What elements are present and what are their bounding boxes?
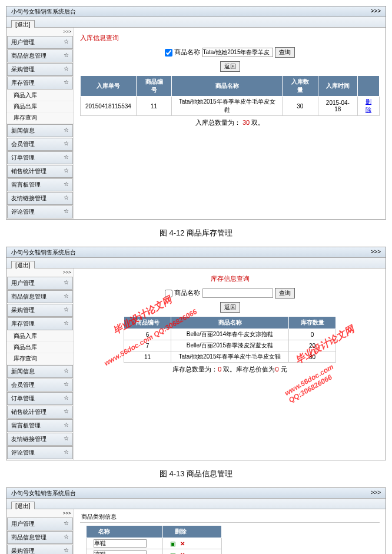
category-row: ▣ ✕ [87, 549, 222, 555]
th-product-id: 商品编号 [136, 76, 171, 97]
th-name: 名称 [87, 526, 163, 538]
section-title: 库存信息查询 [80, 274, 380, 283]
search-row: 商品名称 查询 [80, 47, 380, 58]
th-stock-qty: 库存数量 [289, 317, 336, 329]
th-quantity: 入库数量 [283, 76, 318, 97]
main-panel: 商品类别信息 名称 删除 ▣ ✕ ▣ ✕ ▣ ✕ ▣ ✕ ▣ ✕ ▣ ✕ ▣ ✕… [74, 509, 386, 554]
category-row: ▣ ✕ [87, 538, 222, 549]
table-row: 11Tata/他她2015年春季羊皮牛毛单皮女鞋30 [124, 351, 336, 363]
menu-product-info[interactable]: 商品信息管理☆ [7, 290, 73, 303]
search-input[interactable] [202, 288, 273, 298]
menu-order[interactable]: 订单管理☆ [7, 392, 73, 405]
menu-member[interactable]: 会员管理☆ [7, 379, 73, 392]
main-panel: 库存信息查询 商品名称 查询 返回 商品编号 商品名称 库存数量 6Belle/… [74, 268, 386, 460]
figure-caption-13: 图 4-13 商品信息管理 [6, 465, 386, 487]
th-order-no: 入库单号 [81, 76, 137, 97]
submenu-inv-in[interactable]: 商品入库 [6, 331, 74, 342]
checkbox-label: 商品名称 [174, 48, 200, 55]
category-name-input[interactable] [94, 550, 147, 554]
toolbar: [退出] [6, 499, 386, 509]
th-product-id: 商品编号 [124, 317, 171, 329]
menu-inventory[interactable]: 库存管理☆ [7, 317, 73, 330]
window-title: 小句号女鞋销售系统后台 [11, 489, 76, 497]
menu-inventory[interactable]: 库存管理☆ [7, 77, 73, 89]
stock-summary: 库存总数量为：0 双。库存总价值为0 元 [80, 365, 380, 374]
search-row: 商品名称 查询 [80, 288, 380, 298]
window-header: 小句号女鞋销售系统后台 >>> [6, 6, 386, 17]
search-button[interactable]: 查询 [275, 47, 295, 58]
menu-purchase[interactable]: 采购管理☆ [7, 545, 73, 554]
submenu-inv-query[interactable]: 库存查询 [6, 353, 74, 364]
menu-message[interactable]: 留言板管理☆ [7, 178, 73, 191]
triple-arrow: >>> [370, 248, 381, 256]
category-name-input[interactable] [94, 539, 147, 548]
back-button[interactable]: 返回 [220, 302, 240, 313]
menu-purchase[interactable]: 采购管理☆ [7, 304, 73, 317]
main-panel: 入库信息查询 商品名称 查询 返回 入库单号 商品编号 商品名称 入库数量 入库… [74, 28, 386, 219]
stock-table: 商品编号 商品名称 库存数量 6Belle/百丽2014年春牛皮女凉拖鞋0 7B… [124, 316, 336, 363]
screenshot-4-12: 小句号女鞋销售系统后台 >>> [退出] >>> 用户管理☆ 商品信息管理☆ 采… [6, 6, 386, 220]
window-header: 小句号女鞋销售系统后台 >>> [6, 247, 386, 258]
menu-product-info[interactable]: 商品信息管理☆ [7, 531, 73, 544]
search-input[interactable] [202, 48, 273, 57]
submenu-inv-query[interactable]: 库存查询 [6, 112, 74, 124]
menu-comment[interactable]: 评论管理☆ [7, 205, 73, 218]
screenshot-4-14: 小句号女鞋销售系统后台 >>> [退出] >>> 用户管理☆ 商品信息管理☆ 采… [6, 487, 386, 554]
section-label: 商品类别信息 [80, 512, 380, 523]
figure-caption-12: 图 4-12 商品库存管理 [6, 224, 386, 247]
menu-purchase[interactable]: 采购管理☆ [7, 63, 73, 76]
menu-friendlink[interactable]: 友情链接管理☆ [7, 433, 73, 446]
window-title: 小句号女鞋销售系统后台 [11, 8, 76, 15]
edit-icon[interactable]: ▣ [170, 540, 175, 547]
summary-text: 入库总数量为： 30 双。 [80, 118, 380, 127]
checkbox-label: 商品名称 [174, 289, 200, 296]
menu-news[interactable]: 新闻信息☆ [7, 124, 73, 137]
table-row: 6Belle/百丽2014年春牛皮女凉拖鞋0 [124, 329, 336, 340]
menu-user-mgmt[interactable]: 用户管理☆ [7, 277, 73, 290]
delete-link[interactable]: 删除 [366, 98, 371, 113]
delete-icon[interactable]: ✕ [180, 540, 185, 547]
sidebar: >>> 用户管理☆ 商品信息管理☆ 采购管理☆ 商品采购 采购管理 库存管理☆ … [6, 509, 74, 554]
category-table: 名称 删除 ▣ ✕ ▣ ✕ ▣ ✕ ▣ ✕ ▣ ✕ ▣ ✕ ▣ ✕ ▣ ✕ [86, 525, 222, 554]
table-row: 7Belle/百丽2015春季漆皮深蓝女鞋20 [124, 340, 336, 351]
triple-arrow: >>> [370, 8, 381, 15]
menu-order[interactable]: 订单管理☆ [7, 151, 73, 164]
th-product-name: 商品名称 [172, 76, 283, 97]
menu-sales-stat[interactable]: 销售统计管理☆ [7, 406, 73, 419]
th-action [358, 76, 380, 97]
product-name-checkbox[interactable] [165, 290, 172, 297]
search-button[interactable]: 查询 [275, 288, 295, 298]
menu-member[interactable]: 会员管理☆ [7, 138, 73, 151]
inbound-table: 入库单号 商品编号 商品名称 入库数量 入库时间 20150418115534 … [80, 75, 380, 116]
menu-product-info[interactable]: 商品信息管理☆ [7, 49, 73, 62]
edit-icon[interactable]: ▣ [170, 552, 175, 555]
submenu-inv-in[interactable]: 商品入库 [6, 90, 74, 101]
sidebar: >>> 用户管理☆ 商品信息管理☆ 采购管理☆ 库存管理☆ 商品入库 商品出库 … [6, 28, 74, 219]
toolbar: [退出] [6, 17, 386, 28]
submenu-inv-out[interactable]: 商品出库 [6, 342, 74, 353]
menu-sales-stat[interactable]: 销售统计管理☆ [7, 165, 73, 178]
window-title: 小句号女鞋销售系统后台 [11, 248, 76, 256]
th-date: 入库时间 [318, 76, 358, 97]
submenu-inv-out[interactable]: 商品出库 [6, 101, 74, 112]
menu-friendlink[interactable]: 友情链接管理☆ [7, 192, 73, 205]
menu-user-mgmt[interactable]: 用户管理☆ [7, 517, 73, 530]
triple-arrow: >>> [370, 489, 381, 497]
delete-icon[interactable]: ✕ [180, 552, 185, 555]
screenshot-4-13: 小句号女鞋销售系统后台 >>> [退出] >>> 用户管理☆ 商品信息管理☆ 采… [6, 247, 386, 460]
th-product-name: 商品名称 [171, 317, 289, 329]
triple-arrow: >>> [6, 28, 74, 35]
menu-message[interactable]: 留言板管理☆ [7, 419, 73, 432]
back-button[interactable]: 返回 [220, 61, 240, 72]
th-action: 删除 [163, 526, 222, 538]
section-title: 入库信息查询 [80, 34, 380, 42]
product-name-checkbox[interactable] [165, 49, 172, 57]
toolbar: [退出] [6, 258, 386, 268]
menu-comment[interactable]: 评论管理☆ [7, 446, 73, 459]
menu-news[interactable]: 新闻信息☆ [7, 365, 73, 378]
menu-user-mgmt[interactable]: 用户管理☆ [7, 36, 73, 49]
sidebar: >>> 用户管理☆ 商品信息管理☆ 采购管理☆ 库存管理☆ 商品入库 商品出库 … [6, 268, 74, 460]
window-header: 小句号女鞋销售系统后台 >>> [6, 488, 386, 499]
table-row: 20150418115534 11 Tata/他她2015年春季羊皮牛毛单皮女鞋… [81, 97, 380, 116]
